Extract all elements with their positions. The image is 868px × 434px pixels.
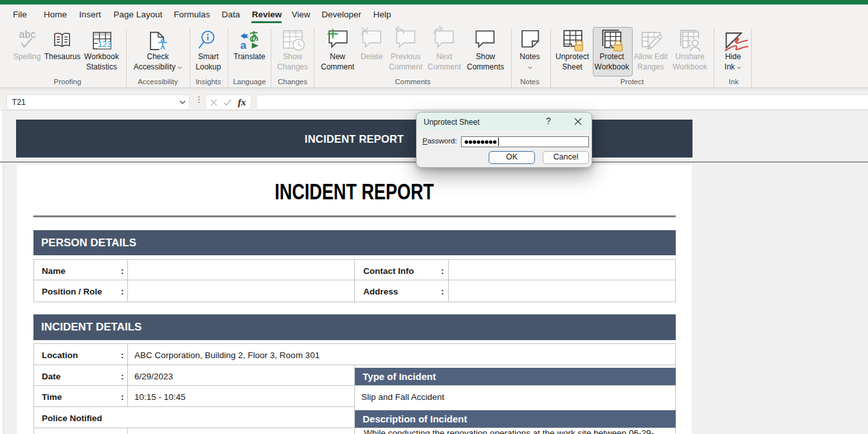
svg-text:a: a: [240, 39, 247, 51]
svg-text:123: 123: [98, 39, 112, 49]
svg-text:abc: abc: [19, 29, 36, 40]
